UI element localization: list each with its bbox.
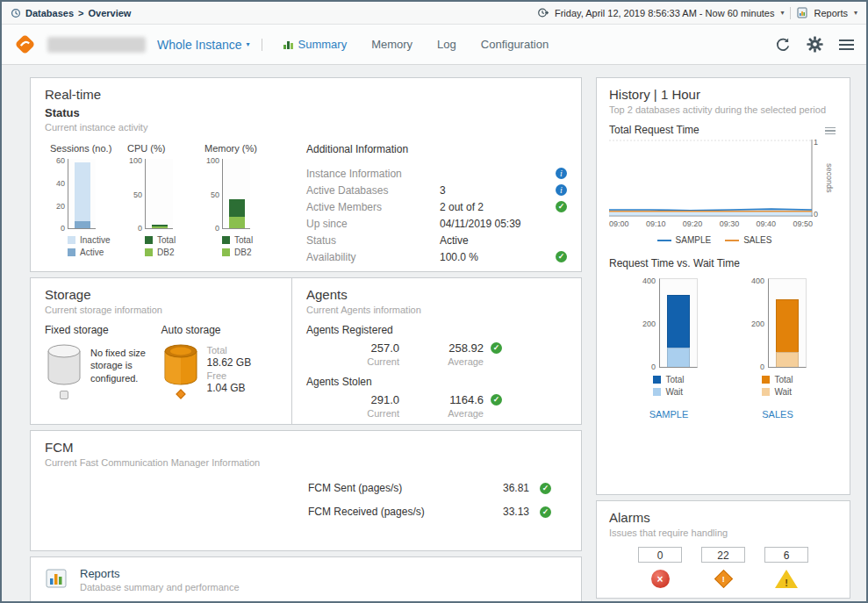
cpu-chart: CPU (%) 100 50 0 bbox=[127, 143, 204, 265]
history-title: History | 1 Hour bbox=[609, 87, 837, 102]
auto-storage-label: Auto storage bbox=[161, 324, 278, 336]
check-icon: ✓ bbox=[556, 251, 567, 262]
gear-icon[interactable] bbox=[807, 36, 823, 53]
legend-label: Inactive bbox=[80, 235, 110, 245]
time-range-icon bbox=[537, 7, 549, 18]
agents-title: Agents bbox=[306, 287, 567, 302]
agents-registered-captions: Current Average bbox=[315, 356, 567, 367]
storage-description: Current storage information bbox=[45, 305, 277, 315]
menu-icon[interactable] bbox=[839, 39, 854, 50]
realtime-title: Real-time bbox=[45, 87, 567, 102]
legend-swatch bbox=[68, 236, 75, 244]
memory-db2-bar bbox=[229, 217, 245, 228]
legend-swatch bbox=[762, 388, 770, 396]
warning-alarm-icon[interactable]: ! bbox=[775, 570, 798, 588]
agents-panel: Agents Current Agents information Agents… bbox=[291, 277, 582, 425]
tab-log[interactable]: Log bbox=[437, 26, 456, 62]
cpu-plot bbox=[145, 159, 173, 229]
legend-swatch bbox=[222, 236, 230, 244]
sample-total-bar bbox=[667, 295, 690, 348]
sample-bar-chart: 400 200 0 T bbox=[640, 278, 698, 420]
memory-chart: Memory (%) 100 50 0 bbox=[204, 143, 282, 265]
auto-storage-cylinder-icon bbox=[161, 343, 200, 387]
topbar-divider bbox=[790, 7, 791, 19]
check-icon: ✓ bbox=[540, 483, 551, 494]
scope-selector[interactable]: Whole Instance ▾ bbox=[157, 38, 250, 52]
sample-y-axis: 400 200 0 bbox=[640, 278, 659, 368]
info-row-active-members: Active Members 2 out of 2 ✓ bbox=[306, 198, 567, 215]
alarms-panel: Alarms Issues that require handling 0 × … bbox=[596, 500, 850, 599]
tab-memory[interactable]: Memory bbox=[371, 26, 412, 62]
legend-label: Total bbox=[234, 235, 253, 245]
request-vs-wait-title: Request Time vs. Wait Time bbox=[609, 257, 837, 269]
fatal-alarm-count[interactable]: 0 bbox=[638, 547, 682, 563]
tab-bar: Summary Memory Log Configuration bbox=[283, 26, 549, 62]
warning-alarm-group: 6 ! bbox=[764, 547, 808, 588]
fatal-alarm-group: 0 × bbox=[638, 547, 682, 588]
sales-plot bbox=[768, 278, 807, 368]
agents-stolen-label: Agents Stolen bbox=[306, 376, 567, 388]
memory-y-axis: 100 50 0 bbox=[204, 159, 222, 229]
instance-name-blurred bbox=[47, 37, 146, 53]
reports-icon bbox=[45, 568, 69, 591]
fcm-title: FCM bbox=[45, 440, 567, 455]
header-divider bbox=[262, 39, 262, 51]
fatal-alarm-icon[interactable]: × bbox=[651, 570, 670, 588]
tab-summary[interactable]: Summary bbox=[283, 26, 348, 62]
breadcrumb-root[interactable]: Databases bbox=[25, 8, 74, 18]
request-time-title: Total Request Time bbox=[609, 124, 699, 136]
chart-menu-icon[interactable] bbox=[823, 126, 837, 137]
app-window: Databases > Overview Friday, April 12, 2… bbox=[0, 0, 868, 603]
critical-alarm-count[interactable]: 22 bbox=[701, 547, 745, 563]
stolen-current-value: 291.0 bbox=[315, 393, 399, 406]
memory-legend: Total DB2 bbox=[222, 235, 282, 257]
free-label: Free bbox=[207, 370, 252, 381]
reports-menu-caret-icon[interactable]: ▾ bbox=[854, 9, 857, 17]
agents-description: Current Agents information bbox=[306, 305, 567, 315]
info-icon[interactable]: i bbox=[556, 184, 567, 196]
sessions-chart-title: Sessions (no.) bbox=[50, 143, 127, 154]
info-row-status: Status Active bbox=[306, 232, 567, 248]
check-icon: ✓ bbox=[540, 506, 551, 518]
reports-panel[interactable]: Reports Database summary and performance bbox=[30, 556, 582, 602]
agents-registered-label: Agents Registered bbox=[306, 324, 567, 336]
sample-plot bbox=[659, 278, 698, 368]
request-time-chart: 1 0 seconds bbox=[609, 140, 837, 217]
info-row-active-databases: Active Databases 3 i bbox=[306, 182, 567, 198]
main-content: Real-time Status Current instance activi… bbox=[2, 65, 866, 602]
time-range-caret-icon[interactable]: ▾ bbox=[780, 9, 784, 17]
fcm-panel: FCM Current Fast Communication Manager I… bbox=[30, 430, 582, 551]
sales-database-link[interactable]: SALES bbox=[762, 409, 793, 420]
sales-y-axis: 400 200 0 bbox=[749, 278, 768, 368]
sample-database-link[interactable]: SAMPLE bbox=[649, 409, 689, 420]
critical-alarm-icon[interactable]: ! bbox=[714, 570, 732, 588]
realtime-panel: Real-time Status Current instance activi… bbox=[30, 77, 582, 272]
line-chart-x-axis: 09:00 09:10 09:20 09:30 09:40 09:50 bbox=[609, 219, 813, 228]
line-chart-y-label: seconds bbox=[825, 152, 834, 205]
memory-plot bbox=[222, 159, 250, 229]
legend-label: DB2 bbox=[157, 248, 174, 257]
memory-chart-title: Memory (%) bbox=[204, 143, 282, 154]
reports-menu-icon bbox=[797, 7, 807, 18]
info-row-availability: Availability 100.0 % ✓ bbox=[306, 248, 567, 265]
line-chart-y-axis: 1 0 bbox=[814, 140, 822, 217]
fixed-storage-message: No fixed size storage is configured. bbox=[90, 343, 161, 384]
sales-legend: Total Wait bbox=[762, 375, 793, 397]
info-row-instance-information: Instance Information i bbox=[306, 165, 567, 182]
sales-wait-bar bbox=[776, 352, 799, 368]
summary-tab-icon bbox=[283, 39, 294, 50]
tab-memory-label: Memory bbox=[371, 38, 412, 51]
request-vs-wait-charts: 400 200 0 T bbox=[609, 278, 837, 420]
additional-information: Additional Information Instance Informat… bbox=[306, 143, 567, 265]
time-range-selector[interactable]: Friday, April 12, 2019 8:56:33 AM - Now … bbox=[555, 8, 774, 18]
warning-alarm-count[interactable]: 6 bbox=[764, 547, 808, 563]
scope-caret-icon: ▾ bbox=[247, 40, 250, 48]
reports-menu[interactable]: Reports bbox=[814, 8, 848, 18]
agents-stolen-values: 291.0 1164.6 ✓ bbox=[315, 393, 567, 406]
tab-configuration[interactable]: Configuration bbox=[481, 26, 549, 62]
refresh-icon[interactable] bbox=[775, 37, 791, 53]
breadcrumb-icon bbox=[11, 8, 21, 18]
sessions-y-axis: 60 40 20 0 bbox=[50, 159, 68, 229]
legend-label: Total bbox=[157, 235, 176, 245]
info-icon[interactable]: i bbox=[556, 168, 567, 179]
